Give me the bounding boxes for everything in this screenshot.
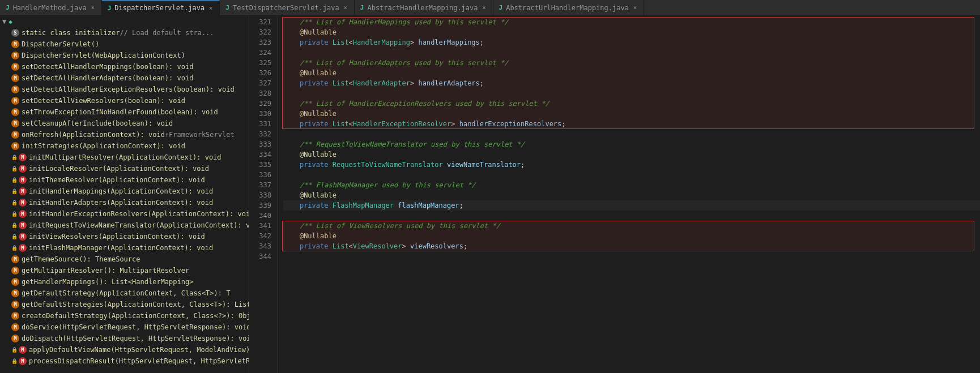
- tab-close-button[interactable]: ×: [208, 5, 214, 12]
- sidebar[interactable]: ▼ ◆ Sstatic class initializer // Load de…: [0, 16, 249, 373]
- sidebar-item[interactable]: MsetDetectAllViewResolvers(boolean): voi…: [0, 95, 249, 106]
- tab-label: DispatcherServlet.java: [114, 4, 204, 12]
- code-token: private: [300, 119, 333, 129]
- code-line: private List<HandlerMapping> handlerMapp…: [283, 37, 980, 48]
- sidebar-item[interactable]: MsetDetectAllHandlerExceptionResolvers(b…: [0, 84, 249, 95]
- line-number: 328: [249, 88, 271, 98]
- visibility-badge: M: [11, 52, 19, 59]
- sidebar-item[interactable]: MgetDefaultStrategy(ApplicationContext, …: [0, 288, 249, 299]
- sidebar-item-text: setCleanupAfterInclude(boolean): void: [22, 119, 173, 127]
- code-line: @Nullable: [283, 149, 980, 160]
- java-file-icon: J: [225, 4, 229, 11]
- sidebar-item-text: createDefaultStrategy(ApplicationContext…: [22, 312, 249, 320]
- line-number: 334: [249, 149, 271, 160]
- sidebar-item[interactable]: 🔒MprocessDispatchResult(HttpServletReque…: [0, 355, 249, 367]
- code-token: [443, 160, 447, 170]
- sidebar-item[interactable]: MgetHandlerMappings(): List<HandlerMappi…: [0, 276, 249, 288]
- sidebar-item-text: processDispatchResult(HttpServletRequest…: [29, 357, 249, 365]
- tab-close-button[interactable]: ×: [90, 4, 96, 11]
- sidebar-item[interactable]: 🔒MinitThemeResolver(ApplicationContext):…: [0, 174, 249, 186]
- code-token: viewNameTranslator: [447, 160, 521, 170]
- code-token: List: [333, 78, 349, 88]
- visibility-badge: M: [19, 210, 27, 218]
- sidebar-item[interactable]: MDispatcherServlet(WebApplicationContext…: [0, 50, 249, 61]
- line-number: 333: [249, 139, 271, 149]
- line-number: 330: [249, 109, 271, 119]
- sidebar-item-text: initStrategies(ApplicationContext): void: [22, 142, 185, 150]
- tab-dispatcherservlet[interactable]: JDispatcherServlet.java×: [102, 0, 220, 16]
- lock-icon: 🔒: [11, 166, 18, 172]
- tab-close-button[interactable]: ×: [482, 4, 487, 11]
- tab-close-button[interactable]: ×: [343, 4, 348, 11]
- tab-close-button[interactable]: ×: [632, 4, 638, 11]
- lock-icon: 🔒: [11, 245, 18, 251]
- code-token: [283, 139, 300, 149]
- sidebar-root-item[interactable]: ▼ ◆: [0, 16, 249, 27]
- sidebar-item[interactable]: MinitStrategies(ApplicationContext): voi…: [0, 140, 249, 152]
- code-token: >: [451, 119, 459, 129]
- visibility-badge: M: [19, 187, 27, 195]
- sidebar-item[interactable]: McreateDefaultStrategy(ApplicationContex…: [0, 310, 249, 321]
- code-token: @Nullable: [300, 109, 336, 119]
- tab-handlermethod[interactable]: JHandlerMethod.java×: [0, 0, 102, 16]
- visibility-badge: M: [19, 346, 27, 354]
- sidebar-item[interactable]: 🔒MinitRequestToViewNameTranslator(Applic…: [0, 220, 249, 231]
- code-token: private: [300, 200, 333, 211]
- sidebar-item[interactable]: MgetMultipartResolver(): MultipartResolv…: [0, 265, 249, 276]
- sidebar-item[interactable]: MonRefresh(ApplicationContext): void ↑Fr…: [0, 129, 249, 140]
- sidebar-item[interactable]: MdoDispatch(HttpServletRequest, HttpServ…: [0, 333, 249, 344]
- line-number: 344: [249, 251, 271, 261]
- code-token: [283, 68, 300, 78]
- sidebar-item[interactable]: MdoService(HttpServletRequest, HttpServl…: [0, 321, 249, 333]
- sidebar-item[interactable]: MDispatcherServlet(): [0, 38, 249, 50]
- sidebar-item[interactable]: MgetDefaultStrategies(ApplicationContext…: [0, 299, 249, 310]
- code-token: @Nullable: [300, 27, 336, 37]
- code-line: [283, 170, 980, 180]
- code-token: [283, 149, 300, 160]
- tab-abstracthandlermapping[interactable]: JAbstractHandlerMapping.java×: [355, 0, 493, 16]
- code-line: private List<HandlerExceptionResolver> h…: [283, 119, 980, 129]
- sidebar-item[interactable]: 🔒MinitHandlerAdapters(ApplicationContext…: [0, 197, 249, 208]
- line-number: 325: [249, 58, 271, 68]
- sidebar-item[interactable]: MsetThrowExceptionIfNoHandlerFound(boole…: [0, 106, 249, 118]
- code-token: <: [349, 37, 353, 48]
- visibility-badge: M: [19, 153, 27, 161]
- sidebar-item-text: getMultipartResolver(): MultipartResolve…: [22, 267, 189, 275]
- tab-abstracturlhandlermapping[interactable]: JAbstractUrlHandlerMapping.java×: [493, 0, 644, 16]
- code-token: /** List of HandlerAdapters used by this…: [300, 58, 508, 68]
- sidebar-item[interactable]: 🔒MinitViewResolvers(ApplicationContext):…: [0, 231, 249, 242]
- code-token: [394, 200, 398, 211]
- code-token: @Nullable: [300, 68, 336, 78]
- code-token: private: [300, 160, 333, 170]
- lock-icon: 🔒: [11, 347, 18, 353]
- sidebar-item[interactable]: Sstatic class initializer // Load defaul…: [0, 27, 249, 38]
- tab-testdispatcherservlet[interactable]: JTestDispatcherServlet.java×: [220, 0, 355, 16]
- tab-label: AbstractUrlHandlerMapping.java: [506, 4, 629, 12]
- sidebar-item[interactable]: 🔒MinitFlashMapManager(ApplicationContext…: [0, 242, 249, 254]
- code-token: [283, 241, 300, 251]
- dispatcher-servlet-icon: ◆: [8, 18, 12, 25]
- sidebar-item[interactable]: MgetThemeSource(): ThemeSource: [0, 254, 249, 265]
- sidebar-item[interactable]: MsetDetectAllHandlerMappings(boolean): v…: [0, 61, 249, 72]
- code-token: [283, 37, 300, 48]
- code-token: <: [349, 241, 353, 251]
- code-line: private RequestToViewNameTranslator view…: [283, 160, 980, 170]
- sidebar-item-text: setDetectAllHandlerMappings(boolean): vo…: [22, 63, 193, 71]
- visibility-badge: M: [11, 312, 19, 320]
- code-area[interactable]: /** List of HandlerMappings used by this…: [278, 16, 980, 261]
- code-token: [283, 58, 300, 68]
- code-token: List: [333, 37, 349, 48]
- sidebar-item[interactable]: 🔒MinitLocaleResolver(ApplicationContext)…: [0, 163, 249, 174]
- sidebar-item[interactable]: 🔒MinitHandlerMappings(ApplicationContext…: [0, 186, 249, 197]
- visibility-badge: M: [19, 199, 27, 207]
- code-token: flashMapManager: [398, 200, 459, 211]
- sidebar-item[interactable]: MsetDetectAllHandlerAdapters(boolean): v…: [0, 72, 249, 84]
- sidebar-item[interactable]: 🔒MinitMultipartResolver(ApplicationConte…: [0, 152, 249, 163]
- visibility-badge: M: [19, 233, 27, 241]
- sidebar-item[interactable]: 🔒MinitHandlerExceptionResolvers(Applicat…: [0, 208, 249, 220]
- sidebar-item-text: getThemeSource(): ThemeSource: [22, 255, 140, 263]
- tab-label: TestDispatcherServlet.java: [233, 4, 339, 12]
- sidebar-item[interactable]: MsetCleanupAfterInclude(boolean): void: [0, 118, 249, 129]
- code-token: <: [349, 78, 353, 88]
- sidebar-item[interactable]: 🔒MapplyDefaultViewName(HttpServletReques…: [0, 344, 249, 355]
